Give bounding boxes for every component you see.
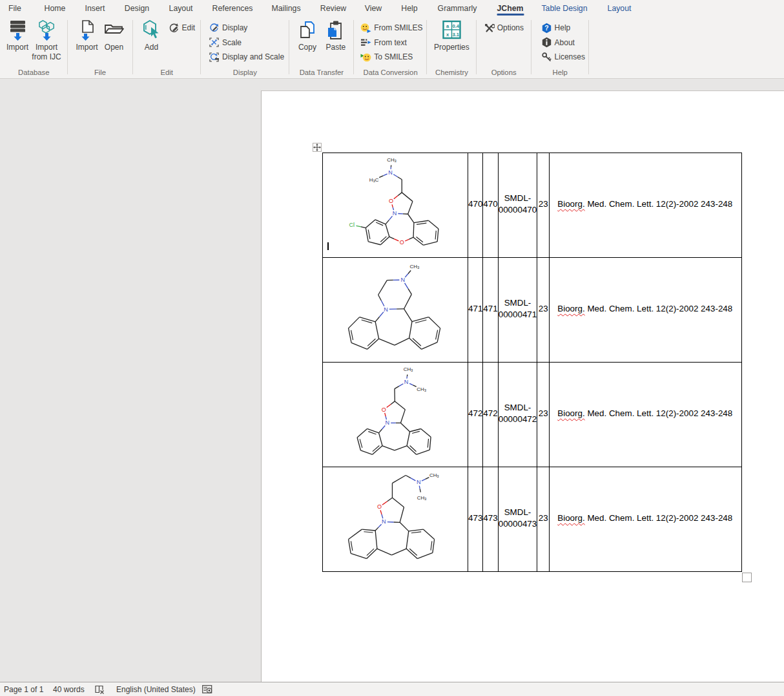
smdl-id-cell[interactable]: SMDL-00000471 <box>498 258 537 363</box>
value-cell-1-text: 471 <box>468 304 482 313</box>
svg-text:CH3: CH3 <box>417 386 426 392</box>
table-move-handle[interactable] <box>313 143 322 152</box>
database-import-button[interactable]: Import <box>2 19 33 61</box>
word-count[interactable]: 40 words <box>53 685 85 694</box>
add-structure-button[interactable]: Add <box>139 19 164 52</box>
tab-insert[interactable]: Insert <box>85 0 105 16</box>
structure-cell[interactable]: CH3NN <box>323 258 468 363</box>
status-bar: Page 1 of 1 40 words English (United Sta… <box>0 682 784 696</box>
help-button[interactable]: ? Help <box>541 21 585 36</box>
tab-jchem[interactable]: JChem <box>497 0 523 16</box>
display-and-scale-button[interactable]: Display and Scale <box>209 50 284 65</box>
page-indicator[interactable]: Page 1 of 1 <box>4 685 43 694</box>
smdl-id-cell[interactable]: SMDL-00000473 <box>498 467 537 572</box>
ribbon-group-edit: Add Edit Edit <box>133 16 201 78</box>
file-import-button[interactable]: Import <box>72 19 103 52</box>
structure-cell[interactable]: CH3NCH3ON <box>323 363 468 467</box>
value-cell-2[interactable]: 471 <box>483 258 498 363</box>
svg-text:Cl: Cl <box>349 221 355 227</box>
button-label: Display and Scale <box>222 52 284 61</box>
tab-table-design[interactable]: Table Design <box>541 0 587 16</box>
misspelled-word: Bioorg. <box>557 408 584 418</box>
proofing-errors-icon[interactable] <box>95 685 105 694</box>
tab-label: Insert <box>85 4 105 13</box>
citation-cell[interactable]: Bioorg. Med. Chem. Lett. 12(2)-2002 243-… <box>550 258 742 363</box>
licenses-button[interactable]: Licenses <box>541 50 585 65</box>
citation-cell-text: Bioorg. Med. Chem. Lett. 12(2)-2002 243-… <box>557 199 732 209</box>
paste-icon <box>325 20 346 41</box>
svg-text:CH3: CH3 <box>429 472 439 478</box>
to-smiles-button[interactable]: To SMILES <box>360 50 422 65</box>
copy-button[interactable]: Copy <box>294 19 321 52</box>
table-row: CH3NCH3ON472472SMDL-0000047223Bioorg. Me… <box>323 363 742 467</box>
display-button[interactable]: Display <box>209 21 284 36</box>
group-label: Help <box>531 69 589 76</box>
tab-label: Table Design <box>541 4 587 13</box>
button-label: Paste <box>326 43 346 52</box>
tab-review[interactable]: Review <box>320 0 346 16</box>
from-smiles-button[interactable]: From SMILES <box>360 21 422 36</box>
molecule-structure-470: CH3NH3CONClO <box>323 154 466 257</box>
citation-cell[interactable]: Bioorg. Med. Chem. Lett. 12(2)-2002 243-… <box>550 153 742 258</box>
group-label: Edit <box>133 69 201 76</box>
tab-design[interactable]: Design <box>125 0 149 16</box>
button-label: Open <box>105 43 123 52</box>
svg-text:CH3: CH3 <box>404 366 413 372</box>
svg-text:O: O <box>377 503 382 510</box>
value-cell-2[interactable]: 473 <box>483 467 498 572</box>
smdl-id-cell-text: SMDL-00000472 <box>499 403 537 424</box>
view-shortcuts-icon[interactable] <box>202 685 213 694</box>
language-indicator[interactable]: English (United States) <box>116 685 196 694</box>
value-cell-2[interactable]: 472 <box>483 363 498 467</box>
properties-button[interactable]: a 0.4 x 3.1 Properties <box>431 19 471 52</box>
import-from-ijc-button[interactable]: Import from IJC <box>33 19 60 61</box>
edit-structure-button[interactable]: Edit <box>169 21 196 36</box>
button-label: Display <box>222 23 247 32</box>
scale-button[interactable]: Scale <box>209 36 284 50</box>
table-row: NCH3CH3ON473473SMDL-0000047323Bioorg. Me… <box>323 467 742 572</box>
button-label: Add <box>145 43 158 52</box>
count-cell[interactable]: 23 <box>537 258 550 363</box>
table-row: CH3NH3CONClO470470SMDL-0000047023Bioorg.… <box>323 153 742 258</box>
value-cell-1-text: 472 <box>468 408 482 418</box>
tab-layout[interactable]: Layout <box>169 0 193 16</box>
active-tab-underline <box>497 14 524 16</box>
button-label: Scale <box>222 38 242 47</box>
value-cell-1[interactable]: 470 <box>468 153 483 258</box>
structure-cell[interactable]: CH3NH3CONClO <box>323 153 468 258</box>
paste-button[interactable]: Paste <box>322 19 349 52</box>
tab-grammarly[interactable]: Grammarly <box>438 0 477 16</box>
smdl-id-cell-text: SMDL-00000470 <box>499 193 537 215</box>
value-cell-1[interactable]: 473 <box>468 467 483 572</box>
value-cell-1[interactable]: 471 <box>468 258 483 363</box>
tab-references[interactable]: References <box>212 0 253 16</box>
tab-layout[interactable]: Layout <box>608 0 632 16</box>
from-smiles-icon <box>360 23 371 34</box>
about-button[interactable]: About <box>541 36 585 50</box>
options-button[interactable]: Options <box>484 21 524 36</box>
tab-home[interactable]: Home <box>45 0 66 16</box>
smdl-id-cell[interactable]: SMDL-00000470 <box>498 153 537 258</box>
value-cell-1[interactable]: 472 <box>468 363 483 467</box>
structure-cell[interactable]: NCH3CH3ON <box>323 467 468 572</box>
tab-help[interactable]: Help <box>401 0 417 16</box>
file-open-button[interactable]: Open <box>103 19 126 52</box>
smdl-id-cell[interactable]: SMDL-00000472 <box>498 363 537 467</box>
tab-file[interactable]: File <box>8 0 21 16</box>
molecule-structure-473: NCH3CH3ON <box>323 469 466 571</box>
table-resize-handle[interactable] <box>742 573 752 582</box>
svg-text:N: N <box>400 277 405 283</box>
document-canvas[interactable]: CH3NH3CONClO470470SMDL-0000047023Bioorg.… <box>0 79 784 682</box>
count-cell[interactable]: 23 <box>537 467 550 572</box>
citation-cell[interactable]: Bioorg. Med. Chem. Lett. 12(2)-2002 243-… <box>550 467 742 572</box>
tab-label: Layout <box>608 4 632 13</box>
value-cell-2[interactable]: 470 <box>483 153 498 258</box>
count-cell[interactable]: 23 <box>537 153 550 258</box>
help-icon: ? <box>541 23 552 34</box>
tab-view[interactable]: View <box>365 0 382 16</box>
count-cell[interactable]: 23 <box>537 363 550 467</box>
citation-cell[interactable]: Bioorg. Med. Chem. Lett. 12(2)-2002 243-… <box>550 363 742 467</box>
tab-mailings[interactable]: Mailings <box>271 0 300 16</box>
svg-text:N: N <box>417 479 421 485</box>
from-text-button[interactable]: From text <box>360 36 422 50</box>
